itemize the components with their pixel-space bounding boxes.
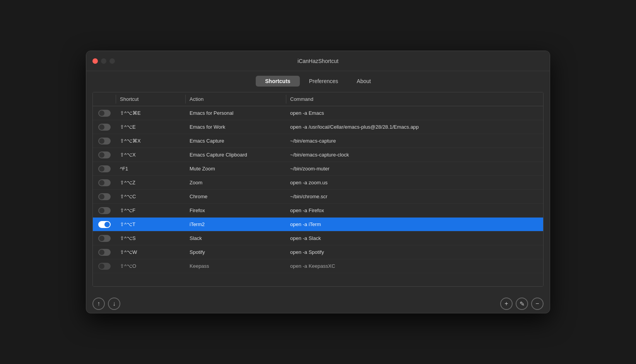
- toggle-switch[interactable]: [98, 124, 111, 131]
- col-action: Action: [186, 95, 286, 104]
- table-row[interactable]: ⇧^⌥OKeepassopen -a KeepassXC: [93, 259, 543, 273]
- action-cell: Firefox: [186, 205, 286, 216]
- maximize-button[interactable]: [109, 58, 115, 64]
- table-row[interactable]: ⇧^⌥CChrome~/bin/chrome.scr: [93, 190, 543, 204]
- action-cell: Slack: [186, 233, 286, 243]
- move-down-button[interactable]: ↓: [108, 298, 120, 310]
- shortcut-cell: ⇧^⌥T: [116, 219, 186, 230]
- shortcut-cell: ⇧^⌥W: [116, 247, 186, 257]
- shortcut-cell: ⇧^⌥⌘X: [116, 136, 186, 146]
- toggle-cell: [93, 191, 116, 202]
- toggle-cell: [93, 163, 116, 175]
- action-cell: Emacs for Personal: [186, 108, 286, 118]
- toggle-switch[interactable]: [98, 249, 111, 256]
- window-title: iCanHazShortcut: [297, 58, 339, 64]
- command-cell: ~/bin/emacs-capture: [286, 136, 543, 146]
- command-cell: ~/bin/emacs-capture-clock: [286, 150, 543, 160]
- table-row[interactable]: ^F1Mute Zoom~/bin/zoom-muter: [93, 162, 543, 176]
- shortcut-cell: ^F1: [116, 163, 186, 174]
- tab-preferences[interactable]: Preferences: [300, 76, 347, 87]
- toggle-switch[interactable]: [98, 193, 111, 200]
- traffic-lights: [92, 58, 115, 64]
- command-cell: open -a zoom.us: [286, 177, 543, 188]
- toggle-switch[interactable]: [98, 221, 111, 228]
- close-button[interactable]: [92, 58, 98, 64]
- shortcut-cell: ⇧^⌥E: [116, 122, 186, 132]
- toggle-cell: [93, 121, 116, 133]
- toggle-cell: [93, 205, 116, 216]
- action-cell: Keepass: [186, 261, 286, 271]
- table-body: ⇧^⌥⌘EEmacs for Personalopen -a Emacs⇧^⌥E…: [93, 106, 543, 286]
- app-window: iCanHazShortcut Shortcuts Preferences Ab…: [86, 51, 550, 313]
- remove-button[interactable]: −: [531, 298, 544, 310]
- table-row[interactable]: ⇧^⌥SSlackopen -a Slack: [93, 231, 543, 245]
- toggle-cell: [93, 177, 116, 189]
- toggle-cell: [93, 260, 116, 272]
- tab-bar: Shortcuts Preferences About: [86, 71, 550, 92]
- action-cell: Mute Zoom: [186, 163, 286, 174]
- table-row[interactable]: ⇧^⌥TiTerm2open -a iTerm: [93, 218, 543, 231]
- shortcuts-table: Shortcut Action Command ⇧^⌥⌘EEmacs for P…: [92, 92, 544, 287]
- command-cell: open -a KeepassXC: [286, 261, 543, 271]
- col-toggle: [93, 95, 116, 104]
- table-row[interactable]: ⇧^⌥FFirefoxopen -a Firefox: [93, 204, 543, 218]
- edit-button[interactable]: ✎: [516, 298, 528, 310]
- command-cell: open -a iTerm: [286, 219, 543, 230]
- command-cell: ~/bin/zoom-muter: [286, 163, 543, 174]
- command-cell: ~/bin/chrome.scr: [286, 191, 543, 202]
- shortcut-cell: ⇧^⌥Z: [116, 177, 186, 188]
- toggle-switch[interactable]: [98, 263, 111, 270]
- toggle-switch[interactable]: [98, 207, 111, 214]
- table-row[interactable]: ⇧^⌥⌘EEmacs for Personalopen -a Emacs: [93, 106, 543, 120]
- toggle-switch[interactable]: [98, 235, 111, 242]
- table-row[interactable]: ⇧^⌥XEmacs Capture Clipboard~/bin/emacs-c…: [93, 148, 543, 162]
- command-cell: open -a Emacs: [286, 108, 543, 118]
- main-content: Shortcut Action Command ⇧^⌥⌘EEmacs for P…: [86, 92, 550, 293]
- action-cell: Emacs Capture Clipboard: [186, 150, 286, 160]
- shortcut-cell: ⇧^⌥O: [116, 261, 186, 271]
- shortcut-cell: ⇧^⌥C: [116, 191, 186, 202]
- command-cell: open -a Firefox: [286, 205, 543, 216]
- command-cell: open -a Spotify: [286, 247, 543, 257]
- shortcut-cell: ⇧^⌥X: [116, 150, 186, 160]
- action-cell: Zoom: [186, 177, 286, 188]
- col-shortcut: Shortcut: [116, 95, 186, 104]
- table-header: Shortcut Action Command: [93, 92, 543, 106]
- tab-about[interactable]: About: [347, 76, 380, 87]
- command-cell: open -a /usr/local/Cellar/emacs-plus@28/…: [286, 122, 543, 132]
- action-cell: Emacs Capture: [186, 136, 286, 146]
- add-button[interactable]: +: [500, 298, 513, 310]
- action-cell: Spotify: [186, 247, 286, 257]
- toggle-switch[interactable]: [98, 179, 111, 186]
- toggle-switch[interactable]: [98, 165, 111, 172]
- table-row[interactable]: ⇧^⌥ZZoomopen -a zoom.us: [93, 176, 543, 190]
- titlebar: iCanHazShortcut: [86, 51, 550, 71]
- move-buttons: ↑ ↓: [92, 298, 120, 310]
- action-cell: iTerm2: [186, 219, 286, 230]
- toggle-cell: [93, 219, 116, 230]
- move-up-button[interactable]: ↑: [92, 298, 105, 310]
- toggle-switch[interactable]: [98, 151, 111, 158]
- shortcut-cell: ⇧^⌥S: [116, 233, 186, 243]
- command-cell: open -a Slack: [286, 233, 543, 243]
- shortcut-cell: ⇧^⌥F: [116, 205, 186, 216]
- table-row[interactable]: ⇧^⌥EEmacs for Workopen -a /usr/local/Cel…: [93, 120, 543, 134]
- toggle-cell: [93, 233, 116, 244]
- toggle-cell: [93, 247, 116, 258]
- action-cell: Chrome: [186, 191, 286, 202]
- minimize-button[interactable]: [101, 58, 106, 64]
- toggle-cell: [93, 149, 116, 161]
- col-command: Command: [286, 95, 543, 104]
- toggle-switch[interactable]: [98, 110, 111, 117]
- toggle-switch[interactable]: [98, 138, 111, 145]
- toggle-cell: [93, 107, 116, 119]
- tab-shortcuts[interactable]: Shortcuts: [256, 76, 299, 87]
- action-buttons: + ✎ −: [500, 298, 544, 310]
- toggle-cell: [93, 135, 116, 147]
- table-row[interactable]: ⇧^⌥⌘XEmacs Capture~/bin/emacs-capture: [93, 134, 543, 148]
- bottom-bar: ↑ ↓ + ✎ −: [86, 293, 550, 313]
- shortcut-cell: ⇧^⌥⌘E: [116, 108, 186, 118]
- action-cell: Emacs for Work: [186, 122, 286, 132]
- table-row[interactable]: ⇧^⌥WSpotifyopen -a Spotify: [93, 245, 543, 259]
